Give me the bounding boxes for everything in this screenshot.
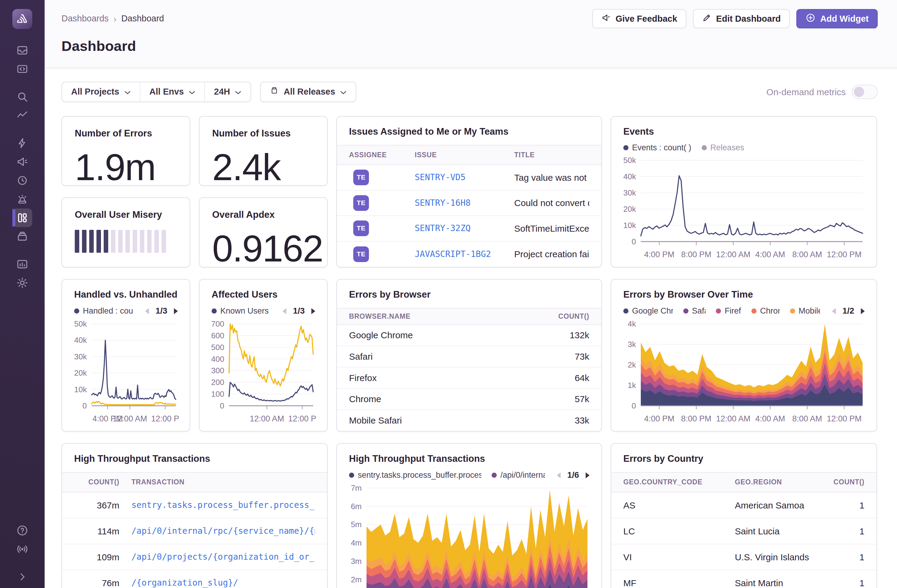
sidebar-item-alerts[interactable]: [12, 190, 32, 208]
avatar[interactable]: TE: [353, 246, 369, 262]
chevron-down-icon: [340, 86, 347, 98]
table-row[interactable]: TE SENTRY-VD5 Tag value was not a strin: [337, 165, 601, 190]
table-row[interactable]: MFSaint Martin1: [611, 570, 877, 588]
table-row[interactable]: 76m/{organization_slug}/: [62, 570, 327, 588]
legend-item[interactable]: Releases: [702, 142, 744, 153]
sidebar-item-traces[interactable]: [12, 106, 32, 125]
project-filter[interactable]: All Projects: [62, 82, 140, 101]
widget-affected-users[interactable]: Affected Users Known Users : cour 1/3 01…: [199, 279, 328, 432]
widget-high-throughput-table[interactable]: High Throughput Transactions COUNT() TRA…: [61, 443, 328, 588]
broadcast-icon[interactable]: [12, 540, 32, 559]
transaction-link[interactable]: sentry.tasks.process_buffer.process_incr: [132, 500, 315, 510]
page-prev-icon[interactable]: [144, 307, 150, 315]
legend-item[interactable]: Mobile S: [790, 306, 820, 316]
page-prev-icon[interactable]: [281, 307, 288, 315]
avatar[interactable]: TE: [353, 170, 369, 185]
table-row[interactable]: TE JAVASCRIPT-1BG2 Project creation fail…: [337, 241, 601, 267]
transaction-link[interactable]: /{organization_slug}/: [132, 577, 315, 588]
legend-item[interactable]: Handled : count( ): [74, 306, 133, 316]
widget-errors-by-country[interactable]: Errors by Country GEO.COUNTRY_CODE GEO.R…: [611, 443, 877, 588]
sidebar-item-performance[interactable]: [12, 134, 32, 153]
svg-text:50k: 50k: [623, 156, 636, 165]
issue-link[interactable]: JAVASCRIPT-1BG2: [415, 249, 514, 260]
page-next-icon[interactable]: [173, 307, 179, 315]
sidebar-item-stats[interactable]: [12, 255, 32, 273]
table-row[interactable]: Google Chrome132k: [337, 325, 601, 347]
sidebar-item-dashboards[interactable]: [12, 208, 32, 227]
widget-events[interactable]: Events Events : count( ) Releases 010k20…: [611, 116, 877, 267]
table-row[interactable]: Firefox64k: [337, 368, 601, 389]
high-throughput-area-chart: 01m2m3m4m5m6m7m4:00 PM8:00 PM12:00 AM4:0…: [343, 483, 595, 588]
widget-number-of-issues[interactable]: Number of Issues 2.4k: [199, 116, 328, 186]
svg-text:40k: 40k: [623, 172, 636, 181]
table-row[interactable]: Safari73k: [337, 346, 601, 368]
sidebar-item-explore[interactable]: [12, 60, 32, 78]
page-prev-icon[interactable]: [830, 307, 837, 315]
page-next-icon[interactable]: [310, 307, 317, 315]
page-next-icon[interactable]: [860, 307, 866, 315]
svg-text:3m: 3m: [351, 557, 362, 566]
add-widget-button[interactable]: Add Widget: [796, 9, 878, 28]
sidebar-item-issues[interactable]: [12, 41, 32, 60]
sidebar-item-crons[interactable]: [12, 227, 32, 246]
give-feedback-button[interactable]: Give Feedback: [592, 9, 686, 28]
filter-bar: All Projects All Envs 24H All Rele: [61, 82, 878, 102]
table-row[interactable]: 114m/api/0/internal/rpc/{service_name}/{…: [62, 518, 327, 544]
widget-high-throughput-chart[interactable]: High Throughput Transactions sentry.task…: [336, 443, 602, 588]
breadcrumb-dashboards[interactable]: Dashboards: [61, 13, 109, 24]
legend-dot: [74, 309, 79, 313]
transaction-link[interactable]: /api/0/projects/{organization_id_or_slug…: [132, 551, 315, 562]
widget-errors-by-browser[interactable]: Errors by Browser BROWSER.NAME COUNT() G…: [336, 279, 602, 432]
legend-item[interactable]: Events : count( ): [623, 142, 692, 153]
svg-text:4:00 PM: 4:00 PM: [644, 250, 675, 259]
legend-item[interactable]: Chrome: [752, 306, 780, 316]
sidebar-item-settings[interactable]: [12, 273, 32, 292]
table-row[interactable]: TE SENTRY-16H8 Could not convert query: [337, 191, 601, 216]
avatar[interactable]: TE: [353, 220, 369, 236]
table-row[interactable]: Chrome57k: [337, 389, 601, 410]
sidebar-item-search[interactable]: [12, 87, 32, 106]
page-next-icon[interactable]: [585, 472, 591, 479]
table-row[interactable]: 367msentry.tasks.process_buffer.process_…: [62, 492, 327, 518]
table-row[interactable]: VIU.S. Virgin Islands1: [611, 544, 877, 570]
widget-overall-user-misery[interactable]: Overall User Misery: [61, 197, 190, 267]
sentry-logo[interactable]: [12, 9, 32, 29]
table-row[interactable]: ASAmerican Samoa1: [611, 492, 877, 518]
legend-item[interactable]: Safari: [683, 306, 706, 316]
legend-dot: [752, 309, 756, 313]
page-indicator: 1/6: [567, 470, 579, 481]
issue-link[interactable]: SENTRY-32ZQ: [415, 223, 514, 234]
pencil-icon: [702, 13, 712, 25]
ondemand-metrics-toggle[interactable]: [852, 85, 878, 99]
legend-item[interactable]: Firefox: [716, 306, 741, 316]
widget-issues-assigned[interactable]: Issues Assigned to Me or My Teams ASSIGN…: [336, 116, 602, 267]
table-row[interactable]: LCSaint Lucia1: [611, 518, 877, 544]
release-filter[interactable]: All Releases: [261, 82, 356, 101]
widget-errors-by-browser-over-time[interactable]: Errors by Browser Over Time Google Chrom…: [611, 279, 877, 432]
avatar[interactable]: TE: [353, 195, 369, 211]
page-prev-icon[interactable]: [555, 472, 562, 479]
edit-dashboard-button[interactable]: Edit Dashboard: [693, 9, 790, 28]
widget-title: Overall Apdex: [212, 209, 314, 221]
help-icon[interactable]: [12, 521, 32, 540]
sidebar-item-replays[interactable]: [12, 171, 32, 190]
transaction-link[interactable]: /api/0/internal/rpc/{service_name}/{meth…: [132, 525, 315, 536]
date-range-filter[interactable]: 24H: [204, 82, 251, 101]
sidebar-collapse-chevron[interactable]: [12, 568, 32, 586]
table-row[interactable]: TE SENTRY-32ZQ SoftTimeLimitExceeded: [337, 216, 601, 241]
legend-item[interactable]: Google Chrome: [623, 306, 673, 316]
svg-text:10k: 10k: [623, 221, 636, 230]
issue-link[interactable]: SENTRY-VD5: [415, 172, 514, 183]
widget-handled-vs-unhandled[interactable]: Handled vs. Unhandled Handled : count( )…: [61, 279, 190, 432]
legend-item[interactable]: sentry.tasks.process_buffer.process_incr: [349, 470, 481, 481]
environment-filter[interactable]: All Envs: [140, 82, 204, 101]
widget-title: Issues Assigned to Me or My Teams: [337, 116, 601, 145]
widget-number-of-errors[interactable]: Number of Errors 1.9m: [61, 116, 190, 186]
widget-overall-apdex[interactable]: Overall Apdex 0.9162: [199, 197, 328, 267]
table-row[interactable]: 109m/api/0/projects/{organization_id_or_…: [62, 544, 327, 570]
table-row[interactable]: Mobile Safari33k: [337, 410, 601, 431]
issue-link[interactable]: SENTRY-16H8: [415, 198, 514, 208]
sidebar-item-feedback[interactable]: [12, 153, 32, 171]
legend-item[interactable]: Known Users : cour: [211, 306, 271, 316]
legend-item[interactable]: /api/0/internal/r: [491, 470, 545, 481]
